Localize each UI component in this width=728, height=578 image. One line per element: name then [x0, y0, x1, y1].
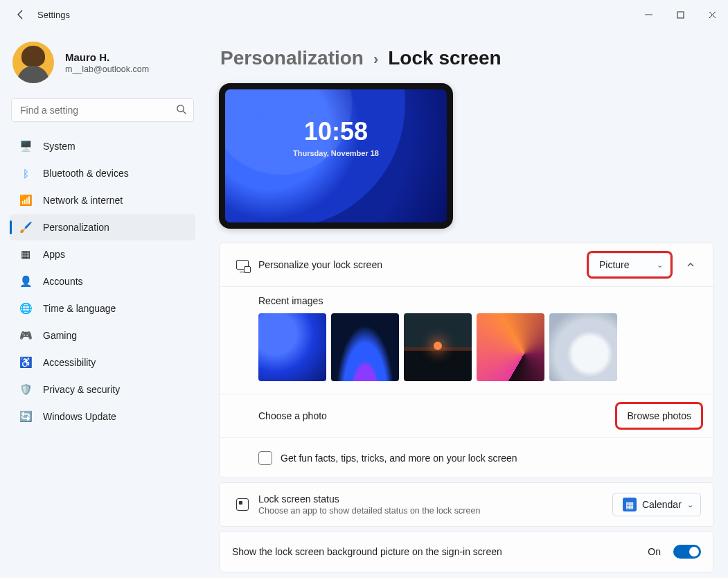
- nav-item-accounts[interactable]: 👤 Accounts: [10, 268, 195, 295]
- nav-item-time-language[interactable]: 🌐 Time & language: [10, 295, 195, 322]
- status-row[interactable]: Lock screen status Choose an app to show…: [220, 483, 713, 526]
- nav-label: Accounts: [43, 276, 83, 287]
- nav-label: Time & language: [43, 303, 116, 314]
- minimize-button[interactable]: [632, 3, 664, 26]
- calendar-icon: ▦: [623, 498, 637, 511]
- svg-rect-0: [677, 12, 684, 18]
- chevron-down-icon: ⌄: [657, 261, 663, 270]
- status-card: Lock screen status Choose an app to show…: [219, 482, 714, 527]
- brush-icon: 🖌️: [18, 221, 33, 234]
- breadcrumb-separator: ›: [373, 51, 378, 69]
- nav-item-network[interactable]: 📶 Network & internet: [10, 187, 195, 213]
- main-content: Personalization › Lock screen 10:58 Thur…: [205, 29, 728, 578]
- choose-photo-label: Choose a photo: [258, 410, 617, 421]
- chevron-up-icon: [686, 261, 695, 269]
- profile-email: m__lab@outlook.com: [65, 64, 149, 74]
- nav-item-apps[interactable]: ▦ Apps: [10, 241, 195, 268]
- signin-bg-card: Show the lock screen background picture …: [219, 531, 714, 572]
- accessibility-icon: ♿: [18, 356, 33, 369]
- nav-label: Bluetooth & devices: [43, 168, 129, 179]
- status-app-value: Calendar: [642, 499, 682, 510]
- signin-bg-title: Show the lock screen background picture …: [232, 546, 648, 557]
- sidebar: Mauro H. m__lab@outlook.com 🖥️ System ᛒ …: [0, 29, 205, 578]
- lockscreen-preview: 10:58 Thursday, November 18: [219, 83, 453, 229]
- breadcrumb: Personalization › Lock screen: [220, 47, 714, 69]
- status-app-dropdown[interactable]: ▦ Calendar ⌄: [612, 493, 701, 516]
- window-controls: [632, 3, 728, 26]
- nav-item-system[interactable]: 🖥️ System: [10, 133, 195, 159]
- bluetooth-icon: ᛒ: [18, 167, 33, 179]
- nav-item-privacy[interactable]: 🛡️ Privacy & security: [10, 376, 195, 403]
- background-type-dropdown[interactable]: Picture ⌄: [589, 253, 671, 277]
- nav-item-gaming[interactable]: 🎮 Gaming: [10, 322, 195, 349]
- signin-bg-toggle[interactable]: [673, 545, 701, 559]
- highlight-box: Browse photos: [617, 404, 701, 428]
- fun-facts-label: Get fun facts, tips, tricks, and more on…: [281, 453, 517, 464]
- search-icon: [176, 104, 186, 116]
- recent-images-label: Recent images: [258, 295, 701, 306]
- nav-label: Windows Update: [43, 411, 116, 422]
- personalize-title: Personalize your lock screen: [258, 259, 589, 270]
- nav-label: System: [43, 141, 76, 152]
- apps-icon: ▦: [18, 248, 33, 261]
- nav-item-update[interactable]: 🔄 Windows Update: [10, 403, 195, 430]
- recent-image-thumb[interactable]: [404, 313, 472, 381]
- maximize-icon: [677, 11, 684, 19]
- toggle-state-label: On: [648, 546, 661, 557]
- nav-label: Accessibility: [43, 357, 96, 368]
- nav-item-bluetooth[interactable]: ᛒ Bluetooth & devices: [10, 160, 195, 186]
- person-icon: 👤: [18, 275, 33, 288]
- globe-icon: 🌐: [18, 302, 33, 315]
- recent-images-section: Recent images: [220, 286, 713, 394]
- recent-image-thumb[interactable]: [549, 313, 617, 381]
- recent-images-list: [258, 313, 701, 381]
- nav-label: Apps: [43, 249, 65, 260]
- recent-image-thumb[interactable]: [258, 313, 326, 381]
- titlebar: Settings: [0, 0, 728, 29]
- fun-facts-row[interactable]: Get fun facts, tips, tricks, and more on…: [220, 437, 713, 478]
- nav-label: Network & internet: [43, 195, 123, 206]
- close-icon: [709, 11, 716, 19]
- profile-block[interactable]: Mauro H. m__lab@outlook.com: [7, 29, 198, 98]
- recent-image-thumb[interactable]: [477, 313, 544, 381]
- wifi-icon: 📶: [18, 194, 33, 207]
- signin-bg-row: Show the lock screen background picture …: [220, 532, 713, 572]
- collapse-button[interactable]: [680, 254, 701, 275]
- nav-label: Privacy & security: [43, 384, 120, 395]
- minimize-icon: [645, 11, 652, 19]
- maximize-button[interactable]: [664, 3, 696, 26]
- browse-photos-button[interactable]: Browse photos: [617, 404, 701, 428]
- back-button[interactable]: [8, 2, 33, 27]
- preview-time: 10:58: [225, 117, 447, 146]
- nav-item-personalization[interactable]: 🖌️ Personalization: [10, 214, 195, 240]
- svg-point-1: [177, 105, 184, 112]
- app-title: Settings: [37, 10, 70, 20]
- gamepad-icon: 🎮: [18, 329, 33, 342]
- profile-name: Mauro H.: [65, 51, 149, 63]
- choose-photo-row: Choose a photo Browse photos: [220, 394, 713, 437]
- breadcrumb-current: Lock screen: [388, 47, 501, 69]
- search-box[interactable]: [11, 98, 194, 122]
- nav-label: Gaming: [43, 330, 77, 341]
- dropdown-value: Picture: [599, 259, 630, 270]
- widget-icon: [232, 498, 253, 511]
- chevron-down-icon: ⌄: [687, 500, 693, 509]
- recent-image-thumb[interactable]: [331, 313, 399, 381]
- search-input[interactable]: [19, 104, 176, 116]
- nav-label: Personalization: [43, 222, 109, 233]
- fun-facts-checkbox[interactable]: [258, 451, 272, 465]
- monitor-lock-icon: [232, 260, 253, 270]
- personalize-card: Personalize your lock screen Picture ⌄: [219, 243, 714, 478]
- preview-date: Thursday, November 18: [225, 149, 447, 157]
- highlight-box: Picture ⌄: [589, 253, 671, 277]
- update-icon: 🔄: [18, 410, 33, 423]
- breadcrumb-parent[interactable]: Personalization: [220, 47, 364, 69]
- nav-item-accessibility[interactable]: ♿ Accessibility: [10, 349, 195, 376]
- system-icon: 🖥️: [18, 140, 33, 152]
- status-title: Lock screen status: [258, 493, 612, 505]
- shield-icon: 🛡️: [18, 383, 33, 396]
- status-subtitle: Choose an app to show detailed status on…: [258, 506, 612, 516]
- close-button[interactable]: [696, 3, 728, 26]
- personalize-header-row[interactable]: Personalize your lock screen Picture ⌄: [220, 243, 713, 286]
- arrow-left-icon: [15, 9, 26, 20]
